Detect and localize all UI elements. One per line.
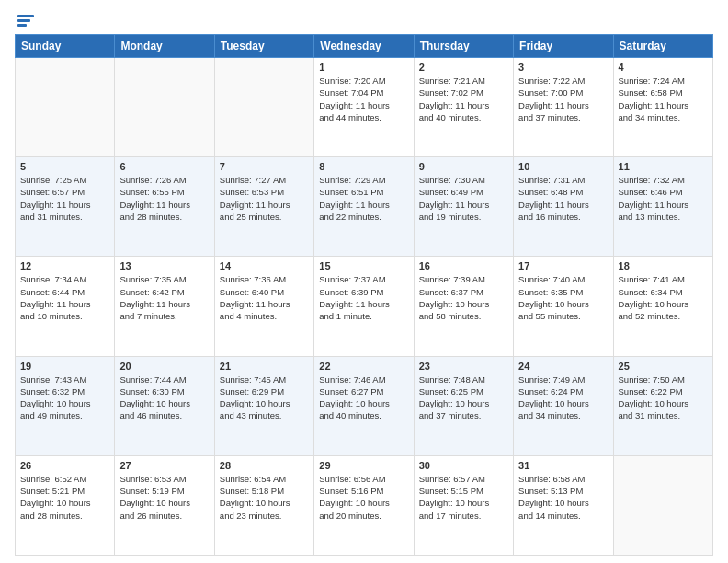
day-number: 28 — [220, 460, 309, 471]
logo-line-1 — [17, 15, 34, 17]
day-number: 9 — [419, 161, 508, 172]
day-number: 15 — [319, 260, 408, 271]
weekday-header-thursday: Thursday — [414, 35, 513, 58]
day-info: Sunrise: 7:44 AM Sunset: 6:30 PM Dayligh… — [119, 373, 209, 422]
weekday-header-tuesday: Tuesday — [214, 35, 313, 58]
weekday-header-friday: Friday — [514, 35, 613, 58]
day-info: Sunrise: 7:49 AM Sunset: 6:24 PM Dayligh… — [518, 373, 608, 422]
calendar-cell: 12Sunrise: 7:34 AM Sunset: 6:44 PM Dayli… — [16, 257, 115, 356]
day-info: Sunrise: 7:48 AM Sunset: 6:25 PM Dayligh… — [419, 373, 508, 422]
calendar-cell — [115, 58, 214, 157]
day-number: 21 — [220, 361, 309, 372]
logo-wrapper — [15, 15, 34, 27]
calendar-cell: 19Sunrise: 7:43 AM Sunset: 6:32 PM Dayli… — [16, 356, 115, 455]
calendar-cell — [214, 58, 313, 157]
weekday-header-sunday: Sunday — [16, 35, 115, 58]
day-info: Sunrise: 7:26 AM Sunset: 6:55 PM Dayligh… — [119, 174, 209, 223]
day-number: 3 — [518, 62, 608, 73]
calendar-cell: 28Sunrise: 6:54 AM Sunset: 5:18 PM Dayli… — [214, 455, 313, 555]
logo-line-3 — [17, 24, 27, 27]
calendar-cell: 20Sunrise: 7:44 AM Sunset: 6:30 PM Dayli… — [115, 356, 214, 455]
day-number: 26 — [20, 460, 109, 471]
day-info: Sunrise: 6:54 AM Sunset: 5:18 PM Dayligh… — [220, 473, 309, 522]
day-number: 23 — [419, 361, 508, 372]
day-number: 29 — [319, 460, 408, 471]
weekday-header-row: SundayMondayTuesdayWednesdayThursdayFrid… — [16, 35, 713, 58]
logo-icon — [17, 15, 34, 27]
main-container: SundayMondayTuesdayWednesdayThursdayFrid… — [0, 0, 728, 563]
calendar-cell: 5Sunrise: 7:25 AM Sunset: 6:57 PM Daylig… — [16, 157, 115, 257]
calendar-cell: 6Sunrise: 7:26 AM Sunset: 6:55 PM Daylig… — [115, 157, 214, 257]
day-number: 20 — [119, 361, 209, 372]
day-number: 2 — [419, 62, 508, 73]
day-number: 13 — [119, 260, 209, 271]
weekday-header-monday: Monday — [115, 35, 214, 58]
day-info: Sunrise: 6:52 AM Sunset: 5:21 PM Dayligh… — [20, 473, 109, 522]
calendar-cell: 1Sunrise: 7:20 AM Sunset: 7:04 PM Daylig… — [314, 58, 414, 157]
header — [15, 15, 713, 27]
calendar-cell: 14Sunrise: 7:36 AM Sunset: 6:40 PM Dayli… — [214, 257, 313, 356]
calendar-cell: 10Sunrise: 7:31 AM Sunset: 6:48 PM Dayli… — [514, 157, 613, 257]
day-info: Sunrise: 7:36 AM Sunset: 6:40 PM Dayligh… — [220, 273, 309, 322]
day-info: Sunrise: 6:58 AM Sunset: 5:13 PM Dayligh… — [518, 473, 608, 522]
calendar-cell: 3Sunrise: 7:22 AM Sunset: 7:00 PM Daylig… — [514, 58, 613, 157]
calendar-cell: 16Sunrise: 7:39 AM Sunset: 6:37 PM Dayli… — [414, 257, 513, 356]
calendar-cell: 26Sunrise: 6:52 AM Sunset: 5:21 PM Dayli… — [16, 455, 115, 555]
calendar-cell: 31Sunrise: 6:58 AM Sunset: 5:13 PM Dayli… — [514, 455, 613, 555]
day-number: 1 — [319, 62, 408, 73]
day-info: Sunrise: 7:35 AM Sunset: 6:42 PM Dayligh… — [119, 273, 209, 322]
day-info: Sunrise: 7:31 AM Sunset: 6:48 PM Dayligh… — [518, 174, 608, 223]
day-info: Sunrise: 7:20 AM Sunset: 7:04 PM Dayligh… — [319, 75, 408, 123]
day-info: Sunrise: 7:25 AM Sunset: 6:57 PM Dayligh… — [20, 174, 109, 223]
logo — [15, 15, 34, 27]
calendar-cell — [613, 455, 712, 555]
day-info: Sunrise: 6:56 AM Sunset: 5:16 PM Dayligh… — [319, 473, 408, 522]
calendar-cell: 23Sunrise: 7:48 AM Sunset: 6:25 PM Dayli… — [414, 356, 513, 455]
calendar-week-2: 5Sunrise: 7:25 AM Sunset: 6:57 PM Daylig… — [16, 157, 713, 257]
day-info: Sunrise: 7:29 AM Sunset: 6:51 PM Dayligh… — [319, 174, 408, 223]
day-info: Sunrise: 7:45 AM Sunset: 6:29 PM Dayligh… — [220, 373, 309, 422]
weekday-header-wednesday: Wednesday — [314, 35, 414, 58]
day-info: Sunrise: 7:34 AM Sunset: 6:44 PM Dayligh… — [20, 273, 109, 322]
day-number: 24 — [518, 361, 608, 372]
day-info: Sunrise: 7:43 AM Sunset: 6:32 PM Dayligh… — [20, 373, 109, 422]
day-number: 16 — [419, 260, 508, 271]
day-number: 30 — [419, 460, 508, 471]
day-number: 8 — [319, 161, 408, 172]
day-number: 10 — [518, 161, 608, 172]
day-info: Sunrise: 7:30 AM Sunset: 6:49 PM Dayligh… — [419, 174, 508, 223]
calendar-cell: 25Sunrise: 7:50 AM Sunset: 6:22 PM Dayli… — [613, 356, 712, 455]
day-number: 25 — [619, 361, 708, 372]
day-info: Sunrise: 7:37 AM Sunset: 6:39 PM Dayligh… — [319, 273, 408, 322]
day-info: Sunrise: 7:50 AM Sunset: 6:22 PM Dayligh… — [619, 373, 708, 422]
day-info: Sunrise: 7:46 AM Sunset: 6:27 PM Dayligh… — [319, 373, 408, 422]
calendar-cell: 8Sunrise: 7:29 AM Sunset: 6:51 PM Daylig… — [314, 157, 414, 257]
day-info: Sunrise: 7:39 AM Sunset: 6:37 PM Dayligh… — [419, 273, 508, 322]
day-number: 12 — [20, 260, 109, 271]
day-info: Sunrise: 7:32 AM Sunset: 6:46 PM Dayligh… — [619, 174, 708, 223]
calendar-week-1: 1Sunrise: 7:20 AM Sunset: 7:04 PM Daylig… — [16, 58, 713, 157]
day-info: Sunrise: 7:27 AM Sunset: 6:53 PM Dayligh… — [220, 174, 309, 223]
calendar-cell: 13Sunrise: 7:35 AM Sunset: 6:42 PM Dayli… — [115, 257, 214, 356]
day-info: Sunrise: 7:41 AM Sunset: 6:34 PM Dayligh… — [619, 273, 708, 322]
logo-line-2 — [17, 19, 30, 22]
day-number: 17 — [518, 260, 608, 271]
calendar-cell: 9Sunrise: 7:30 AM Sunset: 6:49 PM Daylig… — [414, 157, 513, 257]
day-info: Sunrise: 6:57 AM Sunset: 5:15 PM Dayligh… — [419, 473, 508, 522]
calendar-table: SundayMondayTuesdayWednesdayThursdayFrid… — [15, 34, 713, 556]
calendar-cell: 21Sunrise: 7:45 AM Sunset: 6:29 PM Dayli… — [214, 356, 313, 455]
calendar-week-4: 19Sunrise: 7:43 AM Sunset: 6:32 PM Dayli… — [16, 356, 713, 455]
calendar-cell: 24Sunrise: 7:49 AM Sunset: 6:24 PM Dayli… — [514, 356, 613, 455]
day-number: 22 — [319, 361, 408, 372]
day-info: Sunrise: 7:22 AM Sunset: 7:00 PM Dayligh… — [518, 75, 608, 123]
calendar-cell: 27Sunrise: 6:53 AM Sunset: 5:19 PM Dayli… — [115, 455, 214, 555]
day-info: Sunrise: 6:53 AM Sunset: 5:19 PM Dayligh… — [119, 473, 209, 522]
day-number: 27 — [119, 460, 209, 471]
calendar-cell: 22Sunrise: 7:46 AM Sunset: 6:27 PM Dayli… — [314, 356, 414, 455]
day-info: Sunrise: 7:21 AM Sunset: 7:02 PM Dayligh… — [419, 75, 508, 123]
day-number: 7 — [220, 161, 309, 172]
calendar-cell: 30Sunrise: 6:57 AM Sunset: 5:15 PM Dayli… — [414, 455, 513, 555]
calendar-cell: 4Sunrise: 7:24 AM Sunset: 6:58 PM Daylig… — [613, 58, 712, 157]
calendar-cell: 15Sunrise: 7:37 AM Sunset: 6:39 PM Dayli… — [314, 257, 414, 356]
calendar-cell: 7Sunrise: 7:27 AM Sunset: 6:53 PM Daylig… — [214, 157, 313, 257]
